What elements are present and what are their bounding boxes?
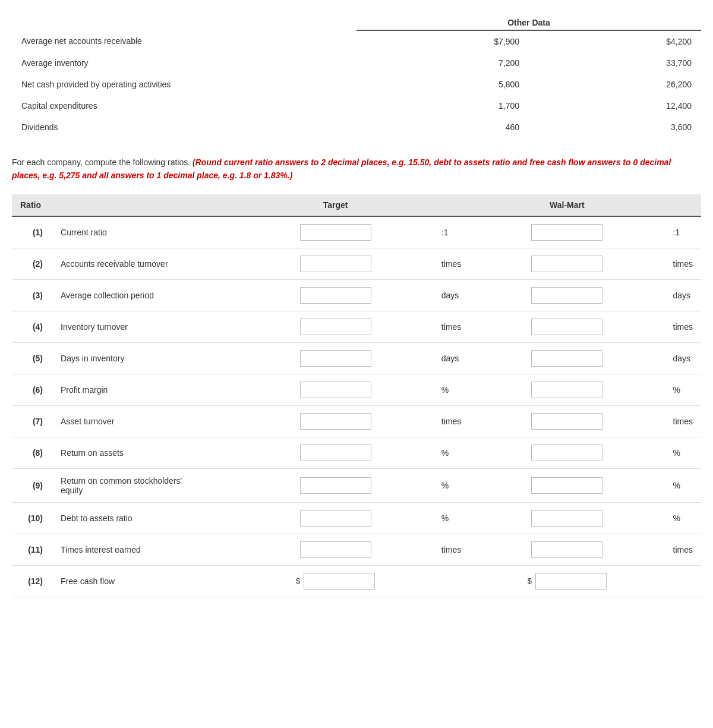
ratio-num: (6): [12, 374, 52, 405]
other-data-row: Average inventory 7,200 33,700: [12, 52, 701, 74]
ratio-target-input[interactable]: [300, 319, 371, 335]
other-data-table: Other Data Average net accounts receivab…: [12, 12, 701, 138]
ratio-walmart-input-area: [469, 216, 664, 248]
ratio-walmart-input[interactable]: [531, 477, 602, 494]
ratio-label: Days in inventory: [52, 342, 238, 374]
ratio-row: (10) Debt to assets ratio % %: [12, 502, 701, 534]
ratio-walmart-input-area: [469, 279, 664, 311]
ratio-row: (12) Free cash flow $ $: [12, 565, 701, 597]
ratio-target-input[interactable]: [300, 256, 371, 272]
ratios-table: Ratio Target Wal-Mart (1) Current ratio …: [12, 194, 701, 597]
ratio-target-unit: %: [433, 502, 469, 534]
ratio-walmart-input[interactable]: [531, 510, 602, 527]
other-data-target: 5,800: [356, 74, 529, 95]
ratio-walmart-input-area: $: [469, 565, 664, 597]
ratio-walmart-input-area: [469, 248, 664, 279]
ratio-num: (4): [12, 311, 52, 342]
ratio-label: Debt to assets ratio: [52, 502, 238, 534]
ratio-walmart-unit: %: [665, 374, 701, 405]
ratio-label: Inventory turnover: [52, 311, 238, 342]
ratio-walmart-input[interactable]: [531, 224, 602, 241]
ratio-target-unit: days: [433, 279, 469, 311]
ratio-target-input[interactable]: [300, 413, 371, 430]
ratio-target-input-area: [238, 311, 433, 342]
ratio-target-input[interactable]: [300, 477, 371, 494]
ratio-label: Current ratio: [52, 216, 238, 248]
ratio-target-input-area: [238, 279, 433, 311]
instruction-text: For each company, compute the following …: [12, 156, 701, 182]
ratio-label: Profit margin: [52, 374, 238, 405]
other-data-walmart: 12,400: [529, 95, 701, 116]
ratio-label: Average collection period: [52, 279, 238, 311]
ratio-walmart-unit: %: [665, 437, 701, 468]
other-data-label: Dividends: [12, 116, 356, 138]
ratio-label: Return on assets: [52, 437, 238, 468]
ratio-target-unit: %: [433, 468, 469, 502]
ratio-walmart-input[interactable]: [531, 413, 602, 430]
other-data-label: Average net accounts receivable: [12, 30, 356, 52]
ratio-walmart-input-area: [469, 502, 664, 534]
ratio-target-input-area: [238, 374, 433, 405]
ratio-target-unit: %: [433, 374, 469, 405]
walmart-dollar-sign: $: [528, 576, 532, 585]
ratio-target-input-area: [238, 342, 433, 374]
ratio-row: (3) Average collection period days days: [12, 279, 701, 311]
other-data-row: Average net accounts receivable $7,900 $…: [12, 30, 701, 52]
ratio-target-input[interactable]: [300, 541, 371, 558]
ratio-walmart-input-area: [469, 534, 664, 565]
ratio-target-input[interactable]: [300, 382, 371, 398]
ratio-walmart-unit: times: [665, 405, 701, 437]
other-data-walmart: 33,700: [529, 52, 701, 74]
ratio-walmart-input[interactable]: [531, 382, 602, 398]
ratio-target-input[interactable]: [300, 445, 371, 461]
ratio-walmart-input[interactable]: [531, 287, 602, 304]
ratio-walmart-unit: %: [665, 502, 701, 534]
other-data-label: Capital expenditures: [12, 95, 356, 116]
ratio-target-unit: :1: [433, 216, 469, 248]
ratio-row: (8) Return on assets % %: [12, 437, 701, 468]
ratio-target-input[interactable]: [304, 573, 375, 590]
ratio-target-input[interactable]: [300, 224, 371, 241]
ratio-target-unit: times: [433, 248, 469, 279]
ratio-target-unit: days: [433, 342, 469, 374]
ratio-num: (12): [12, 565, 52, 597]
ratio-row: (9) Return on common stockholders'equity…: [12, 468, 701, 502]
ratio-target-input-area: [238, 216, 433, 248]
instruction-prefix: For each company, compute the following …: [12, 157, 190, 167]
ratio-row: (4) Inventory turnover times times: [12, 311, 701, 342]
ratio-target-input[interactable]: [300, 287, 371, 304]
ratio-walmart-input[interactable]: [531, 445, 602, 461]
ratio-num: (11): [12, 534, 52, 565]
ratio-walmart-unit: times: [665, 311, 701, 342]
ratio-target-input-area: [238, 405, 433, 437]
ratio-target-input[interactable]: [300, 510, 371, 527]
ratio-walmart-input-area: [469, 405, 664, 437]
ratio-target-input-area: [238, 437, 433, 468]
ratio-walmart-unit: days: [665, 279, 701, 311]
ratio-walmart-input[interactable]: [535, 573, 607, 590]
ratio-target-unit: times: [433, 311, 469, 342]
th-target: Target: [238, 194, 433, 216]
ratio-target-input[interactable]: [300, 350, 371, 367]
other-data-target: $7,900: [356, 30, 529, 52]
ratio-walmart-input[interactable]: [531, 256, 602, 272]
ratio-walmart-input[interactable]: [531, 541, 602, 558]
th-ratio: Ratio: [12, 194, 238, 216]
ratio-walmart-input-area: [469, 437, 664, 468]
ratio-num: (9): [12, 468, 52, 502]
ratio-target-input-area: [238, 468, 433, 502]
other-data-target: 7,200: [356, 52, 529, 74]
ratio-walmart-unit: times: [665, 248, 701, 279]
ratio-walmart-unit: :1: [665, 216, 701, 248]
other-data-row: Capital expenditures 1,700 12,400: [12, 95, 701, 116]
ratio-num: (10): [12, 502, 52, 534]
ratio-walmart-input-area: [469, 311, 664, 342]
ratio-target-unit: %: [433, 437, 469, 468]
ratio-walmart-input[interactable]: [531, 350, 602, 367]
ratio-num: (5): [12, 342, 52, 374]
ratio-label: Free cash flow: [52, 565, 238, 597]
ratio-walmart-input[interactable]: [531, 319, 602, 335]
ratio-row: (6) Profit margin % %: [12, 374, 701, 405]
ratio-walmart-input-area: [469, 374, 664, 405]
ratio-label: Times interest earned: [52, 534, 238, 565]
